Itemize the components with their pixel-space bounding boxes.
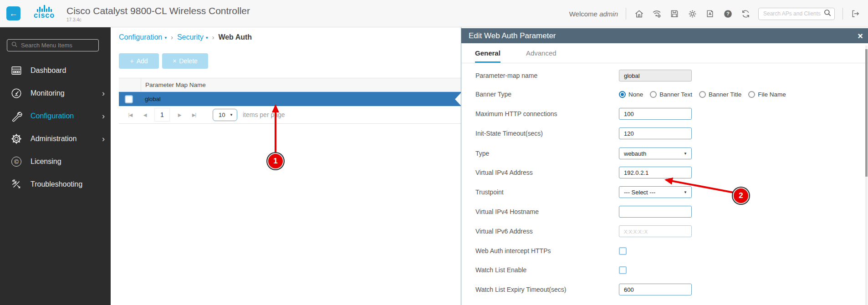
divider: [461, 63, 868, 63]
sidebar-item-label: Dashboard: [31, 66, 66, 75]
first-page-button[interactable]: |◀: [125, 112, 135, 117]
help-icon[interactable]: ?: [723, 9, 733, 19]
web-auth-intercept-https-checkbox[interactable]: [619, 247, 627, 255]
form-row-virtual-ipv6: Virtual IPv6 Address: [475, 225, 692, 238]
chevron-right-icon: ›: [102, 135, 105, 143]
sidebar-item-administration[interactable]: Administration ›: [0, 127, 111, 150]
x-icon: ×: [173, 57, 176, 65]
breadcrumb-separator: ›: [212, 34, 214, 41]
save-icon[interactable]: [669, 9, 679, 19]
panel-scrollbar-thumb[interactable]: [865, 49, 868, 177]
svg-text:?: ?: [726, 11, 730, 16]
virtual-ipv4-hostname-input[interactable]: [619, 206, 692, 218]
radio-icon: [619, 91, 626, 98]
breadcrumb-current: Web Auth: [218, 33, 252, 41]
form-row-max-http: Maximum HTTP connections: [475, 107, 692, 120]
close-icon[interactable]: ×: [858, 31, 863, 41]
caret-down-icon: ▼: [684, 152, 687, 156]
sidebar: Dashboard Monitoring › Configuration › A…: [0, 27, 111, 305]
sidebar-item-monitoring[interactable]: Monitoring ›: [0, 82, 111, 105]
administration-icon: [10, 132, 23, 145]
prev-page-button[interactable]: ◀: [140, 112, 150, 117]
sidebar-search-box[interactable]: [7, 39, 99, 51]
configuration-icon: [10, 110, 23, 122]
form-row-init-state: Init-State Timeout(secs): [475, 127, 692, 140]
field-label: Init-State Timeout(secs): [475, 130, 619, 137]
watch-list-enable-checkbox[interactable]: [619, 266, 627, 274]
radio-banner-text[interactable]: Banner Text: [650, 91, 692, 98]
form-row-virtual-ipv4-hostname: Virtual IPv4 Hostname: [475, 205, 692, 218]
search-aps-input[interactable]: [763, 10, 823, 17]
field-label: Parameter-map name: [475, 72, 619, 79]
callout-badge-2: 2: [733, 188, 749, 204]
chevron-right-icon: ›: [102, 89, 105, 97]
field-label: Watch List Expiry Timeout(secs): [475, 286, 619, 293]
sidebar-item-troubleshooting[interactable]: Troubleshooting: [0, 173, 111, 196]
breadcrumb-separator: ›: [171, 34, 173, 41]
breadcrumb-configuration[interactable]: Configuration: [119, 33, 162, 41]
column-header-parameter-map-name[interactable]: Parameter Map Name: [141, 81, 206, 88]
sidebar-search-input[interactable]: [21, 42, 89, 49]
divider: [626, 8, 626, 20]
current-page[interactable]: 1: [154, 108, 170, 122]
row-checkbox[interactable]: [125, 95, 133, 103]
init-state-timeout-input[interactable]: [619, 127, 692, 139]
field-label: Trustpoint: [475, 188, 619, 196]
table-row-global[interactable]: global: [119, 92, 461, 106]
row-parameter-map-name[interactable]: global: [145, 96, 161, 102]
tab-advanced[interactable]: Advanced: [526, 49, 557, 63]
parameter-map-table: Parameter Map Name global |◀ ◀ 1 ▶ ▶| 10…: [119, 78, 461, 124]
trustpoint-select[interactable]: --- Select ---▼: [619, 186, 692, 198]
main-content: Configuration▾ › Security▾ › Web Auth +A…: [111, 27, 461, 305]
virtual-ipv6-address-input[interactable]: [619, 225, 692, 237]
edit-web-auth-panel: Edit Web Auth Parameter × General Advanc…: [461, 27, 868, 305]
form-row-virtual-ipv4: Virtual IPv4 Address: [475, 166, 692, 179]
form-row-trustpoint: Trustpoint --- Select ---▼: [475, 186, 692, 198]
chevron-right-icon: ›: [102, 112, 105, 120]
watch-list-expiry-input[interactable]: [619, 284, 692, 295]
home-icon[interactable]: [634, 9, 644, 19]
virtual-ipv4-address-input[interactable]: [619, 167, 692, 178]
field-label: Virtual IPv4 Hostname: [475, 208, 619, 215]
sidebar-item-dashboard[interactable]: Dashboard: [0, 59, 111, 82]
caret-down-icon: ▾: [206, 35, 208, 40]
cisco-logo-bars-icon: [30, 4, 58, 12]
sidebar-item-licensing[interactable]: © Licensing: [0, 150, 111, 173]
caret-down-icon: ▼: [230, 113, 233, 117]
search-icon[interactable]: [823, 9, 832, 19]
panel-title: Edit Web Auth Parameter: [469, 31, 556, 41]
language-icon[interactable]: [705, 9, 715, 19]
breadcrumb-security[interactable]: Security: [177, 33, 204, 41]
delete-button[interactable]: ×Delete: [162, 53, 208, 69]
field-label: Virtual IPv4 Address: [475, 169, 619, 176]
next-page-button[interactable]: ▶: [174, 112, 184, 117]
version-label: 17.3.4c: [66, 17, 250, 22]
radio-none[interactable]: None: [619, 91, 643, 98]
sidebar-item-configuration[interactable]: Configuration ›: [0, 105, 111, 127]
licensing-icon: ©: [10, 155, 23, 168]
max-http-connections-input[interactable]: [619, 108, 692, 120]
page-title: Cisco Catalyst 9800-CL Wireless Controll…: [66, 5, 250, 16]
radio-icon: [748, 91, 755, 98]
refresh-icon[interactable]: [740, 9, 751, 19]
ap-config-icon[interactable]: [652, 9, 662, 19]
radio-banner-title[interactable]: Banner Title: [699, 91, 741, 98]
logout-icon[interactable]: [851, 9, 861, 19]
last-page-button[interactable]: ▶|: [189, 112, 199, 117]
settings-icon[interactable]: [687, 9, 697, 19]
sidebar-item-label: Monitoring: [31, 89, 65, 97]
add-button[interactable]: +Add: [119, 53, 159, 69]
sidebar-item-label: Licensing: [31, 158, 61, 166]
welcome-text: Welcome admin: [569, 10, 618, 18]
tab-general[interactable]: General: [475, 49, 500, 63]
type-select[interactable]: webauth▼: [619, 147, 692, 159]
search-icon: [11, 41, 18, 50]
page-size-select[interactable]: 10▼: [213, 109, 237, 121]
panel-header: Edit Web Auth Parameter ×: [461, 28, 868, 43]
back-button[interactable]: ←: [6, 6, 20, 20]
search-aps-clients-box[interactable]: [758, 8, 835, 20]
radio-icon: [650, 91, 657, 98]
callout-badge-1: 1: [267, 153, 284, 169]
field-label: Maximum HTTP connections: [475, 110, 619, 117]
radio-file-name[interactable]: File Name: [748, 91, 786, 98]
